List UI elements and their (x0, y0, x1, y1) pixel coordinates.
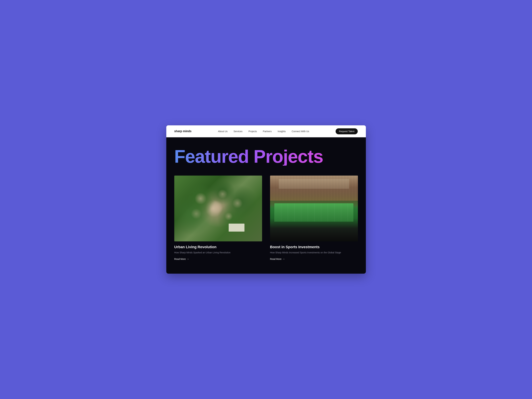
nav-item-about[interactable]: About Us (218, 130, 228, 133)
nav-link-connect[interactable]: Connect With Us (292, 130, 309, 133)
navbar: sharp minds About Us Services Projects P… (166, 125, 366, 137)
read-more-button-1[interactable]: Read More → (174, 258, 262, 260)
nav-link-about[interactable]: About Us (218, 130, 228, 133)
hero-title-part1: Featured (174, 146, 249, 167)
park-image-visual (174, 175, 262, 241)
project-image-stadium (270, 175, 358, 241)
nav-item-projects[interactable]: Projects (248, 130, 257, 133)
project-image-park (174, 175, 262, 241)
nav-item-services[interactable]: Services (234, 130, 242, 133)
nav-item-partners[interactable]: Partners (263, 130, 272, 133)
request-talent-button[interactable]: Request Talent (336, 128, 358, 134)
project-title-1: Urban Living Revolution (174, 245, 262, 249)
nav-link-insights[interactable]: Insights (278, 130, 286, 133)
site-logo[interactable]: sharp minds (174, 130, 192, 133)
project-description-2: How Sharp Minds Increased Sports Investm… (270, 251, 358, 254)
nav-item-connect[interactable]: Connect With Us (292, 130, 309, 133)
nav-links: About Us Services Projects Partners Insi… (218, 130, 309, 133)
arrow-icon-1: → (187, 258, 189, 260)
project-card-1: Urban Living Revolution How Sharp Minds … (174, 175, 262, 260)
nav-link-partners[interactable]: Partners (263, 130, 272, 133)
project-title-2: Boost in Sports Investments (270, 245, 358, 249)
project-description-1: How Sharp Minds Sparked an Urban Living … (174, 251, 262, 254)
nav-link-projects[interactable]: Projects (248, 130, 257, 133)
stadium-image-visual (270, 175, 358, 241)
hero-title-part2: Projects (253, 146, 323, 167)
stadium-field (274, 203, 353, 222)
browser-window: sharp minds About Us Services Projects P… (166, 125, 366, 274)
nav-item-insights[interactable]: Insights (278, 130, 286, 133)
main-content: Featured Projects Urban Living Revolutio… (166, 137, 366, 274)
project-card-2: Boost in Sports Investments How Sharp Mi… (270, 175, 358, 260)
stadium-lights (279, 179, 349, 189)
projects-grid: Urban Living Revolution How Sharp Minds … (174, 175, 358, 260)
arrow-icon-2: → (283, 258, 285, 260)
nav-link-services[interactable]: Services (234, 130, 242, 133)
hero-title: Featured Projects (174, 147, 358, 166)
read-more-button-2[interactable]: Read More → (270, 258, 358, 260)
